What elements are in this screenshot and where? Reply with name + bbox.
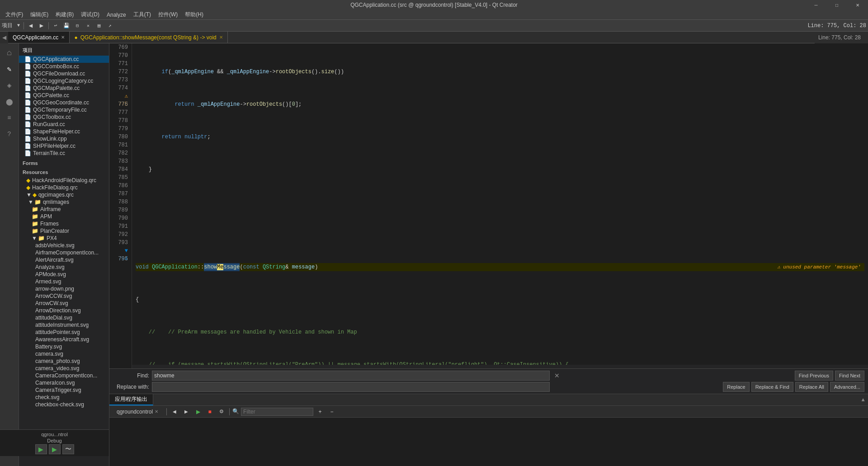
replace-input[interactable]	[152, 382, 550, 392]
code-content[interactable]: if(_qmlAppEngine && _qmlAppEngine->rootO…	[132, 43, 868, 368]
replace-button[interactable]: Replace	[723, 382, 749, 392]
tree-item-adsbvehicle[interactable]: adsbVehicle.svg	[19, 242, 109, 249]
menu-debug[interactable]: 调试(D)	[77, 10, 103, 19]
toolbar-return[interactable]: ↩	[51, 21, 61, 30]
toolbar-back[interactable]: ◀	[26, 21, 36, 30]
tab-qgcapplication-cc-close[interactable]: ✕	[61, 35, 65, 40]
tree-item-plancreator[interactable]: 📁 PlanCreator	[19, 227, 109, 235]
expand-icon-qgcimages[interactable]: ▼	[26, 192, 32, 198]
tree-item-qgcpalette[interactable]: 📄 QGCPalette.cc	[19, 92, 109, 99]
tree-item-hack2[interactable]: ◆ HackFileDialog.qrc	[19, 184, 109, 191]
debug-run-button[interactable]: ▶	[49, 444, 61, 454]
tree-item-analyze[interactable]: Analyze.svg	[19, 264, 109, 271]
tree-item-arrowdir[interactable]: ArrowDirection.svg	[19, 307, 109, 314]
analyze-button[interactable]: 〜	[62, 444, 74, 454]
tree-item-cameracomp[interactable]: CameraComponentIcon...	[19, 372, 109, 379]
toolbar-dropdown[interactable]: ▼	[15, 21, 22, 30]
toolbar-extra1[interactable]: ▤	[94, 21, 104, 30]
debug-icon-btn[interactable]: ⬤	[2, 94, 17, 109]
tree-item-qgcfile[interactable]: 📄 QGCFileDownload.cc	[19, 70, 109, 77]
menu-file[interactable]: 文件(F)	[2, 10, 27, 19]
output-btn-run[interactable]: ▶	[193, 407, 203, 416]
tree-item-qgcimages[interactable]: ▼ ◆ qgcimages.qrc	[19, 191, 109, 198]
menu-tools[interactable]: 工具(T)	[130, 10, 155, 19]
maximize-button[interactable]: □	[826, 0, 847, 10]
tree-item-alertaircraft[interactable]: AlertAircraft.svg	[19, 256, 109, 264]
tree-item-arrowdown[interactable]: arrow-down.png	[19, 285, 109, 292]
minimize-button[interactable]: ─	[806, 0, 826, 10]
expand-icon-px4[interactable]: ▼	[32, 235, 37, 241]
tree-item-apm[interactable]: 📁 APM	[19, 213, 109, 220]
tree-item-qgclogging[interactable]: 📄 QGCLoggingCategory.cc	[19, 77, 109, 85]
help-icon-btn[interactable]: ?	[2, 127, 17, 142]
tree-item-apmode[interactable]: APMode.svg	[19, 271, 109, 278]
tree-item-checkboxcheck[interactable]: checkbox-check.svg	[19, 401, 109, 408]
project-icon-btn[interactable]: ≡	[2, 110, 17, 126]
advanced-button[interactable]: Advanced...	[830, 382, 864, 392]
tree-item-hack1[interactable]: ◆ HackAndroidFileDialog.qrc	[19, 177, 109, 184]
tree-item-airframe[interactable]: 📁 Airframe	[19, 206, 109, 213]
tree-item-shp[interactable]: 📄 SHPFileHelper.cc	[19, 142, 109, 150]
tab-showmessage-close[interactable]: ✕	[219, 35, 223, 40]
tab-nav-left[interactable]: ◀	[0, 32, 8, 43]
output-collapse-btn[interactable]: −	[327, 407, 337, 416]
replace-all-button[interactable]: Replace All	[795, 382, 828, 392]
toolbar-close[interactable]: ✕	[83, 21, 93, 30]
tree-item-show[interactable]: 📄 ShowLink.cpp	[19, 135, 109, 142]
tree-item-cameravideo[interactable]: camera_video.svg	[19, 365, 109, 372]
find-input[interactable]	[152, 371, 550, 381]
tree-item-attitudedial[interactable]: attitudeDial.svg	[19, 314, 109, 321]
tree-item-arrowcw[interactable]: ArrowCW.svg	[19, 300, 109, 307]
tree-item-frames[interactable]: 📁 Frames	[19, 220, 109, 227]
menu-analyze[interactable]: Analyze	[103, 11, 130, 19]
tree-item-battery[interactable]: Battery.svg	[19, 343, 109, 350]
menu-build[interactable]: 构建(B)	[52, 10, 77, 19]
tree-item-qgcgeo[interactable]: 📄 QGCGeoCoordinate.cc	[19, 99, 109, 106]
welcome-icon-btn[interactable]: ⌂	[2, 45, 17, 61]
tab-showmessage[interactable]: ● QGCApplication::showMessage(const QStr…	[70, 32, 227, 43]
run-button[interactable]: ▶	[35, 444, 47, 454]
output-btn-2[interactable]: ▶	[181, 407, 191, 416]
output-btn-settings[interactable]: ⚙	[217, 407, 226, 416]
tree-item-qgcmap[interactable]: 📄 QGCMapPalette.cc	[19, 85, 109, 92]
menu-edit[interactable]: 编辑(E)	[27, 10, 52, 19]
tab-qgcapplication-cc[interactable]: QGCApplication.cc ✕	[8, 32, 70, 43]
menu-help[interactable]: 帮助(H)	[181, 10, 207, 19]
design-icon-btn[interactable]: ◈	[2, 78, 17, 93]
tree-item-attitudeptr[interactable]: attitudePointer.svg	[19, 329, 109, 336]
find-previous-button[interactable]: Find Previous	[795, 371, 833, 381]
tree-item-check[interactable]: check.svg	[19, 394, 109, 401]
tree-item-runguard[interactable]: 📄 RunGuard.cc	[19, 121, 109, 128]
tree-item-cameraphoto[interactable]: camera_photo.svg	[19, 358, 109, 365]
tree-item-qgcapplication[interactable]: 📄 QGCApplication.cc	[19, 56, 109, 63]
tree-item-px4[interactable]: ▼ 📁 PX4	[19, 235, 109, 242]
expand-icon-qml[interactable]: ▼	[28, 199, 33, 205]
tree-item-qgctemp[interactable]: 📄 QGCTemporaryFile.cc	[19, 106, 109, 113]
qgc-tab-close[interactable]: ✕	[155, 409, 158, 414]
find-next-button[interactable]: Find Next	[835, 371, 864, 381]
output-tab-app[interactable]: 应用程序输出	[109, 394, 153, 405]
output-btn-1[interactable]: ◀	[170, 407, 179, 416]
tree-item-shape[interactable]: 📄 ShapeFileHelper.cc	[19, 128, 109, 135]
tree-item-camera[interactable]: camera.svg	[19, 350, 109, 358]
output-btn-stop[interactable]: ■	[205, 407, 215, 416]
tree-item-cameratrig[interactable]: CameraTrigger.svg	[19, 386, 109, 394]
edit-icon-btn[interactable]: ✎	[2, 61, 17, 77]
tree-item-qmlimages[interactable]: ▼ 📁 qmlimages	[19, 198, 109, 206]
close-button[interactable]: ✕	[847, 0, 868, 10]
replace-find-button[interactable]: Replace & Find	[751, 382, 793, 392]
tree-item-attitudeinstr[interactable]: attitudeInstrument.svg	[19, 321, 109, 329]
filter-input[interactable]	[241, 408, 313, 416]
tree-item-arrowccw[interactable]: ArrowCCW.svg	[19, 292, 109, 300]
toolbar-extra2[interactable]: ↗	[105, 21, 115, 30]
find-clear-btn[interactable]: ✕	[552, 372, 561, 379]
output-panel-close[interactable]: ▲	[858, 394, 868, 406]
output-expand-btn[interactable]: +	[315, 407, 325, 416]
tree-item-terrain[interactable]: 📄 TerrainTile.cc	[19, 150, 109, 157]
horizontal-scrollbar[interactable]	[132, 365, 868, 368]
tree-item-armed[interactable]: Armed.svg	[19, 278, 109, 285]
toolbar-save[interactable]: 💾	[61, 21, 71, 30]
tree-item-awareness[interactable]: AwarenessAircraft.svg	[19, 336, 109, 343]
tree-item-qgctoolbox[interactable]: 📄 QGCToolbox.cc	[19, 113, 109, 121]
toolbar-forward[interactable]: ▶	[37, 21, 47, 30]
